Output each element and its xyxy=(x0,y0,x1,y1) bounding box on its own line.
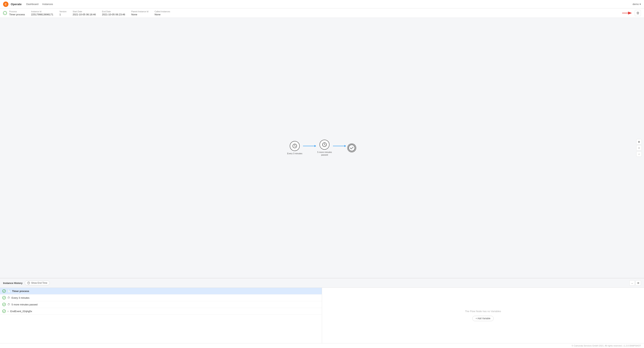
arrow-line-1 xyxy=(303,146,314,146)
svg-point-13 xyxy=(348,145,355,151)
no-variables-message: The Flow Node has no Variables xyxy=(465,310,501,313)
parent-instance-field: Parent Instance Id None xyxy=(131,10,148,16)
show-end-time-button[interactable]: Show End Time xyxy=(25,281,50,285)
check-icon-1 xyxy=(3,297,5,299)
history-timer-icon-1: ⏱ xyxy=(7,296,10,299)
diagram-controls: ⊕ + − xyxy=(636,139,642,157)
history-circle-icon-3: ○ xyxy=(7,310,9,313)
process-label: Process xyxy=(9,10,25,13)
top-navigation: C Operate Dashboard Instances demo ▾ xyxy=(0,0,644,8)
flow-node-end xyxy=(347,143,357,153)
timer-catch-shape xyxy=(320,140,330,150)
version-field: Version 1 xyxy=(60,10,67,16)
variables-panel: The Flow Node has no Variables + Add Var… xyxy=(322,288,644,343)
show-end-time-label: Show End Time xyxy=(31,282,47,284)
flow-arrow-1 xyxy=(303,145,316,147)
end-date-label: End Date xyxy=(102,10,125,13)
start-event-shape xyxy=(290,141,300,151)
version-value: 1 xyxy=(60,13,67,16)
history-item-name-0: Timer process xyxy=(12,290,29,293)
history-status-icon-3 xyxy=(2,310,6,313)
svg-point-12 xyxy=(348,144,356,152)
parent-value: None xyxy=(131,13,148,16)
timer-catch-label: 5 more minutes passed xyxy=(317,151,332,156)
history-item-name-2: 5 more minutes passed xyxy=(12,303,38,306)
start-date-field: Start Date 2021-10-05 06:18:46 xyxy=(72,10,96,16)
process-flow: Every 3 minutes 5 more minutes passed xyxy=(287,140,357,156)
panel-collapse-button[interactable]: ⌄ xyxy=(630,280,635,286)
process-field: Process Timer process xyxy=(9,10,25,16)
delete-instance-button[interactable] xyxy=(635,10,641,16)
diagram-canvas[interactable]: Every 3 minutes 5 more minutes passed xyxy=(0,18,644,278)
history-status-icon-1 xyxy=(2,296,6,300)
history-item-5min[interactable]: ⏱ 5 more minutes passed xyxy=(0,301,322,308)
history-timer-icon-2: ⏱ xyxy=(7,303,10,306)
instance-id-value: 2251799813696171 xyxy=(31,13,54,16)
version-label: Version xyxy=(60,10,67,13)
timer-catch-icon xyxy=(322,142,327,147)
user-name: demo xyxy=(632,3,639,5)
start-event-label: Every 3 minutes xyxy=(287,152,302,155)
app-logo: C xyxy=(3,1,8,7)
zoom-out-button[interactable]: − xyxy=(636,151,642,157)
history-list: 📄 Timer process ⏱ Every 3 minutes xyxy=(0,288,322,343)
check-icon-3 xyxy=(3,310,5,312)
check-mark-icon xyxy=(4,12,6,14)
end-event-icon xyxy=(347,143,357,153)
parent-label: Parent Instance Id xyxy=(131,10,148,13)
arrow-head-2 xyxy=(344,145,346,147)
footer-text: © Camunda Services GmbH 2021. All rights… xyxy=(572,345,641,347)
add-variable-label: + Add Variable xyxy=(476,317,490,320)
instance-history-title: Instance History xyxy=(3,282,22,285)
clock-icon xyxy=(27,282,30,284)
bottom-panel-header: Instance History Show End Time ⌄ ⊞ xyxy=(0,278,644,288)
timer-start-icon xyxy=(292,143,298,149)
start-date-value: 2021-10-05 06:18:46 xyxy=(72,13,96,16)
history-doc-icon-0: 📄 xyxy=(7,290,10,293)
nav-dashboard[interactable]: Dashboard xyxy=(26,2,38,6)
trash-icon xyxy=(636,11,640,14)
user-menu[interactable]: demo ▾ xyxy=(632,3,641,5)
check-icon-0 xyxy=(3,290,5,292)
end-date-value: 2021-10-05 06:23:46 xyxy=(102,13,125,16)
bottom-panel-body: 📄 Timer process ⏱ Every 3 minutes xyxy=(0,288,644,343)
footer: © Camunda Services GmbH 2021. All rights… xyxy=(0,343,644,348)
history-status-icon-2 xyxy=(2,303,6,306)
flow-node-start: Every 3 minutes xyxy=(287,141,302,155)
process-value: Timer process xyxy=(9,13,25,16)
bottom-panel: Instance History Show End Time ⌄ ⊞ 📄 T xyxy=(0,278,644,343)
end-event-shape xyxy=(347,143,357,153)
panel-action-buttons: ⌄ ⊞ xyxy=(630,280,641,286)
svg-point-11 xyxy=(324,144,325,145)
called-value: None xyxy=(154,13,170,16)
process-status-icon xyxy=(3,11,7,15)
info-bar: Process Timer process Instance Id 225179… xyxy=(0,8,644,18)
arrow-annotation xyxy=(622,11,633,15)
flow-arrow-2 xyxy=(333,145,346,147)
arrow-line-2 xyxy=(333,146,344,146)
nav-instances[interactable]: Instances xyxy=(42,2,53,6)
end-date-field: End Date 2021-10-05 06:23:46 xyxy=(102,10,125,16)
check-icon-2 xyxy=(3,304,5,306)
zoom-in-button[interactable]: + xyxy=(636,145,642,151)
panel-expand-button[interactable]: ⊞ xyxy=(636,280,641,286)
history-item-name-1: Every 3 minutes xyxy=(12,296,30,299)
add-variable-button[interactable]: + Add Variable xyxy=(472,316,494,321)
called-label: Called Instances xyxy=(154,10,170,13)
red-arrow-icon xyxy=(622,11,633,15)
flow-node-timer: 5 more minutes passed xyxy=(317,140,332,156)
svg-point-6 xyxy=(294,146,295,146)
app-name: Operate xyxy=(11,2,22,6)
history-item-timer-process[interactable]: 📄 Timer process xyxy=(0,288,322,295)
start-date-label: Start Date xyxy=(72,10,96,13)
instance-id-field: Instance Id 2251799813696171 xyxy=(31,10,54,16)
history-item-end-event[interactable]: ○ EndEvent_02qhg5x xyxy=(0,308,322,315)
instance-id-label: Instance Id xyxy=(31,10,54,13)
history-item-every3[interactable]: ⏱ Every 3 minutes xyxy=(0,295,322,301)
history-status-icon-0 xyxy=(2,289,6,293)
called-instances-field: Called Instances None xyxy=(154,10,170,16)
history-item-name-3: EndEvent_02qhg5x xyxy=(10,310,32,313)
arrow-head-1 xyxy=(314,145,316,147)
recenter-button[interactable]: ⊕ xyxy=(636,139,642,144)
user-caret-icon: ▾ xyxy=(640,3,641,5)
